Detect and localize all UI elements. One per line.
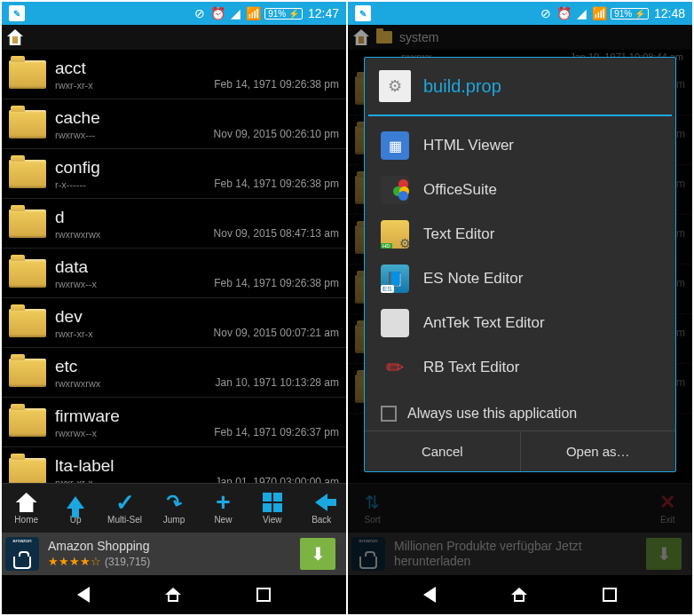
file-name: firmware xyxy=(55,407,339,426)
battery-icon: 91% ⚡ xyxy=(264,8,303,20)
file-name: config xyxy=(55,158,339,178)
file-date: Feb 14, 1971 09:26:37 pm xyxy=(214,426,339,438)
app-icon: ▦ xyxy=(381,131,409,160)
ad-banner[interactable]: Amazon Shopping ★★★★☆ (319,715) ⬇ xyxy=(2,533,346,575)
file-row[interactable]: lta-label rwxr-xr-x Jan 01, 1970 03:00:0… xyxy=(2,447,346,483)
file-name: etc xyxy=(55,357,339,376)
app-icon xyxy=(381,176,409,204)
app-icon: 📘 xyxy=(381,265,409,293)
app-name: RB Text Editor xyxy=(423,359,519,376)
folder-icon xyxy=(9,160,46,188)
file-date: Nov 09, 2015 00:07:21 am xyxy=(214,327,339,339)
cancel-button[interactable]: Cancel xyxy=(365,431,521,471)
app-name: Text Editor xyxy=(423,225,494,243)
app-icon xyxy=(381,220,409,249)
clock-text: 12:47 xyxy=(308,6,339,20)
folder-icon xyxy=(9,408,46,437)
app-option[interactable]: OfficeSuite xyxy=(365,168,675,212)
file-date: Nov 09, 2015 00:26:10 pm xyxy=(214,128,339,140)
file-date: Jan 10, 1971 10:13:28 am xyxy=(216,376,339,389)
dialog-overlay: ⚙ build.prop ▦ HTML Viewer OfficeSuite T… xyxy=(357,50,683,529)
app-option[interactable]: ✎ RB Text Editor xyxy=(365,345,675,390)
file-name: dev xyxy=(55,307,339,327)
folder-icon xyxy=(9,359,46,387)
file-row[interactable]: firmware rwxrwx--x Feb 14, 1971 09:26:37… xyxy=(2,398,346,447)
folder-icon xyxy=(9,60,46,89)
alarm-icon: ⏰ xyxy=(557,7,570,20)
file-name: d xyxy=(55,208,339,227)
android-nav-bar xyxy=(2,575,346,614)
android-nav-bar xyxy=(348,575,692,614)
new-button[interactable]: +New xyxy=(199,484,248,533)
home-button[interactable]: Home xyxy=(2,484,51,533)
up-button[interactable]: Up xyxy=(51,484,99,533)
file-row[interactable]: etc rwxrwxrwx Jan 10, 1971 10:13:28 am xyxy=(2,348,346,398)
nav-back-button[interactable] xyxy=(77,587,90,603)
file-list[interactable]: acct rwxr-xr-x Feb 14, 1971 09:26:38 pm … xyxy=(2,50,346,483)
app-name: OfficeSuite xyxy=(423,181,497,199)
status-bar: ✎ ⊘ ⏰ ◢ 📶 91% ⚡ 12:47 xyxy=(2,2,346,25)
folder-icon xyxy=(9,309,46,337)
app-option[interactable]: Text Editor xyxy=(365,212,675,257)
always-use-row[interactable]: Always use this application xyxy=(365,397,675,430)
app-icon xyxy=(381,309,409,337)
jump-button[interactable]: ↶Jump xyxy=(149,484,198,533)
wifi-icon: ◢ xyxy=(575,7,588,20)
dialog-buttons: Cancel Open as… xyxy=(365,430,675,471)
no-icon: ⊘ xyxy=(540,7,552,20)
file-date: Nov 09, 2015 08:47:13 am xyxy=(214,227,339,240)
file-row[interactable]: data rwxrwx--x Feb 14, 1971 09:26:38 pm xyxy=(2,249,346,298)
notepad-icon: ✎ xyxy=(9,5,25,21)
phone-left: ✎ ⊘ ⏰ ◢ 📶 91% ⚡ 12:47 acct rwxr-xr-x Feb… xyxy=(2,2,346,614)
file-name: data xyxy=(55,257,339,277)
path-bar[interactable] xyxy=(2,25,346,50)
clock-text: 12:48 xyxy=(654,6,685,20)
file-row[interactable]: dev rwxr-xr-x Nov 09, 2015 00:07:21 am xyxy=(2,298,346,348)
back-button[interactable]: Back xyxy=(297,484,346,533)
star-icon: ★★★★☆ xyxy=(48,555,101,568)
gear-file-icon: ⚙ xyxy=(379,70,411,102)
notepad-icon: ✎ xyxy=(355,5,371,21)
folder-icon xyxy=(9,259,46,288)
battery-icon: 91% ⚡ xyxy=(611,8,649,20)
ad-app-icon xyxy=(5,537,39,571)
no-icon: ⊘ xyxy=(193,7,206,20)
download-button[interactable]: ⬇ xyxy=(300,538,335,570)
app-option[interactable]: ▦ HTML Viewer xyxy=(365,123,675,168)
file-date: Feb 14, 1971 09:26:38 pm xyxy=(214,178,339,190)
folder-icon xyxy=(9,458,46,484)
ad-text: Amazon Shopping ★★★★☆ (319,715) xyxy=(48,539,291,569)
file-row[interactable]: d rwxrwxrwx Nov 09, 2015 08:47:13 am xyxy=(2,199,346,249)
app-name: AntTek Text Editor xyxy=(423,314,545,332)
signal-icon: 📶 xyxy=(247,7,259,20)
view-button[interactable]: View xyxy=(248,484,296,533)
file-date: Feb 14, 1971 09:26:38 pm xyxy=(214,277,339,289)
file-name: cache xyxy=(55,108,339,128)
file-row[interactable]: cache rwxrwx--- Nov 09, 2015 00:26:10 pm xyxy=(2,99,346,149)
app-list: ▦ HTML Viewer OfficeSuite Text Editor📘 E… xyxy=(365,116,675,397)
nav-home-button[interactable] xyxy=(165,588,181,602)
nav-recent-button[interactable] xyxy=(256,588,271,602)
app-icon: ✎ xyxy=(375,347,414,387)
nav-home-button[interactable] xyxy=(511,588,527,602)
app-option[interactable]: 📘 ES Note Editor xyxy=(365,257,675,301)
folder-icon xyxy=(9,110,46,138)
wifi-icon: ◢ xyxy=(229,7,241,20)
app-name: HTML Viewer xyxy=(423,137,514,154)
file-row[interactable]: config r-x------ Feb 14, 1971 09:26:38 p… xyxy=(2,149,346,199)
phone-right: ✎ ⊘ ⏰ ◢ 📶 91% ⚡ 12:48 system rwxrwx---Ja… xyxy=(348,2,692,614)
home-icon[interactable] xyxy=(7,29,23,45)
app-option[interactable]: AntTek Text Editor xyxy=(365,301,675,345)
multi-select-button[interactable]: ✓Multi-Sel xyxy=(100,484,149,533)
bottom-toolbar: Home Up ✓Multi-Sel ↶Jump +New View Back xyxy=(2,483,346,533)
open-as-button[interactable]: Open as… xyxy=(521,431,676,471)
folder-icon xyxy=(9,209,46,238)
file-date: Feb 14, 1971 09:26:38 pm xyxy=(214,78,339,91)
nav-back-button[interactable] xyxy=(423,587,436,603)
file-name: lta-label xyxy=(55,456,339,476)
alarm-icon: ⏰ xyxy=(211,7,224,20)
app-name: ES Note Editor xyxy=(423,270,523,288)
checkbox[interactable] xyxy=(381,406,397,422)
file-row[interactable]: acct rwxr-xr-x Feb 14, 1971 09:26:38 pm xyxy=(2,50,346,99)
nav-recent-button[interactable] xyxy=(603,588,617,602)
